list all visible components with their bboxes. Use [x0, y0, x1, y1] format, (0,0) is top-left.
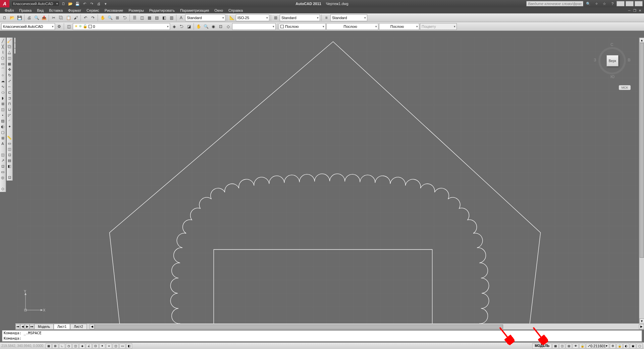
region-icon[interactable]: ▢: [0, 130, 5, 135]
menu-format[interactable]: Формат: [65, 8, 84, 13]
toolpalette-icon[interactable]: ▦: [146, 14, 153, 21]
line-icon[interactable]: ╱: [0, 38, 5, 44]
app-logo[interactable]: A: [0, 0, 9, 7]
arc-icon[interactable]: ⌒: [0, 67, 5, 72]
dim-style-icon[interactable]: 📐: [228, 14, 235, 21]
measure5-icon[interactable]: ▤: [7, 158, 12, 163]
viewcube-north[interactable]: С: [610, 42, 613, 47]
window-close-button[interactable]: ✕: [635, 1, 643, 6]
ducs-toggle[interactable]: ⊡: [93, 343, 99, 349]
vertical-scroll-thumb[interactable]: [640, 43, 644, 258]
save-icon[interactable]: 💾: [16, 14, 23, 21]
menu-window[interactable]: Окно: [212, 8, 226, 13]
linetype-dropdown[interactable]: Послою: [326, 23, 378, 30]
sc-toggle[interactable]: ◧: [126, 343, 132, 349]
3dosnap-toggle[interactable]: ◈: [79, 343, 85, 349]
tab-model[interactable]: Модель: [34, 324, 54, 329]
ellipse-arc-icon[interactable]: ◗: [0, 95, 5, 101]
search-input[interactable]: [526, 1, 583, 6]
snap-toggle[interactable]: ▦: [46, 343, 52, 349]
layer-match-icon[interactable]: ◈: [171, 23, 177, 30]
dim-style-dropdown[interactable]: ISO-25: [236, 14, 269, 21]
scroll-left-icon[interactable]: ◀: [90, 324, 95, 329]
search-icon[interactable]: 🔍: [585, 1, 591, 7]
qat-new-icon[interactable]: 🗋: [60, 1, 66, 7]
tab-layout1[interactable]: Лист1: [54, 324, 70, 329]
menu-edit[interactable]: Правка: [16, 8, 34, 13]
fillet-icon[interactable]: ◜: [7, 118, 12, 123]
qat-more-icon[interactable]: ▾: [103, 1, 109, 7]
quickview-drawings-icon[interactable]: ◫: [559, 343, 565, 349]
mtext-icon[interactable]: A: [0, 141, 5, 146]
window-minimize-button[interactable]: ─: [616, 1, 625, 6]
insert-icon[interactable]: ⊞: [0, 101, 5, 106]
osnap-icon[interactable]: ◇: [225, 23, 231, 30]
annotation-visibility-icon[interactable]: 👁: [573, 343, 579, 349]
qat-print-icon[interactable]: 🖨: [96, 1, 102, 7]
isolate-icon[interactable]: ▣: [630, 343, 636, 349]
viewcube-east[interactable]: В: [628, 58, 631, 62]
viewcube-ucs[interactable]: МСК: [619, 85, 631, 90]
boundary-icon[interactable]: ◇: [0, 186, 5, 191]
preview-icon[interactable]: 🔍: [33, 14, 40, 21]
command-line[interactable]: Команда: _.MSPACE Команда:: [2, 330, 642, 342]
tab-next-icon[interactable]: ▶: [25, 324, 30, 329]
tab-prev-icon[interactable]: ◀: [20, 324, 25, 329]
addselect-icon[interactable]: ◫: [0, 152, 5, 157]
hatch-icon[interactable]: ▨: [0, 118, 5, 123]
tolerance-icon[interactable]: ⊡: [0, 163, 5, 169]
polygon-icon[interactable]: ⬠: [0, 55, 5, 61]
layer-previous-icon[interactable]: ⮌: [178, 23, 185, 30]
undo-icon[interactable]: ↶: [82, 14, 89, 21]
match-icon[interactable]: 🖌: [72, 14, 79, 21]
menu-file[interactable]: Файл: [2, 8, 16, 13]
help-icon[interactable]: ?: [609, 1, 615, 7]
table-icon[interactable]: ⊞: [0, 135, 5, 141]
block-icon[interactable]: ◫: [0, 107, 5, 112]
donut-icon[interactable]: ◎: [0, 175, 5, 180]
vertical-scrollbar[interactable]: ▲ ▼: [639, 38, 644, 323]
tab-layout2[interactable]: Лист2: [70, 324, 87, 329]
command-prompt[interactable]: Команда:: [2, 336, 642, 341]
zoom-prev-icon[interactable]: ⮌: [121, 14, 128, 21]
exchange-icon[interactable]: ✧: [593, 1, 599, 7]
ml-style-dropdown[interactable]: Standard: [330, 14, 367, 21]
scroll-right-icon[interactable]: ▶: [639, 324, 644, 329]
mleader-icon[interactable]: ↗: [0, 158, 5, 163]
qat-open-icon[interactable]: 📂: [67, 1, 73, 7]
erase-icon[interactable]: 🧹: [7, 38, 12, 44]
layer-state-icon[interactable]: ◪: [185, 23, 192, 30]
sheetset-icon[interactable]: ▤: [153, 14, 160, 21]
clean-screen-icon[interactable]: ▢: [637, 343, 643, 349]
color-dropdown[interactable]: Послою: [279, 23, 326, 30]
toolbar-lock-icon[interactable]: 🔒: [616, 343, 623, 349]
workspace-switch-icon[interactable]: ⚙: [610, 343, 616, 349]
offset-icon[interactable]: ◫: [7, 55, 12, 61]
annoscale-lock-icon[interactable]: 🔒: [579, 343, 585, 349]
chamfer-icon[interactable]: ◸: [7, 112, 12, 118]
scroll-down-icon[interactable]: ▼: [639, 318, 644, 323]
print-icon[interactable]: 🖨: [26, 14, 33, 21]
window-restore-button[interactable]: ❐: [626, 1, 634, 6]
markup-icon[interactable]: ◧: [161, 14, 167, 21]
table-style-dropdown[interactable]: Standard: [280, 14, 320, 21]
pan2-icon[interactable]: ✋: [195, 23, 202, 30]
zoom-rt-icon[interactable]: 🔍: [203, 23, 209, 30]
options-icon[interactable]: ⊡: [7, 174, 12, 180]
quickview-layouts-icon[interactable]: ▦: [552, 343, 558, 349]
copy-obj-icon[interactable]: ⿻: [7, 44, 12, 49]
qat-undo-icon[interactable]: ↶: [82, 1, 88, 7]
menu-dimension[interactable]: Размеры: [126, 8, 147, 13]
viewcube-face-top[interactable]: Верх: [606, 55, 619, 66]
trim-icon[interactable]: ⊏: [7, 90, 12, 95]
zoom-window-icon[interactable]: ⊞: [114, 14, 121, 21]
drawing-canvas[interactable]: X Y Верх С Ю В З МСК: [15, 38, 644, 323]
grid-toggle[interactable]: ⊞: [52, 343, 58, 349]
rectangle-icon[interactable]: ▭: [0, 61, 5, 66]
mirror-icon[interactable]: ⧋: [7, 50, 12, 55]
text-style-icon[interactable]: A: [178, 14, 184, 21]
redo-icon[interactable]: ↷: [90, 14, 96, 21]
text-style-dropdown[interactable]: Standard: [185, 14, 225, 21]
viewcube-south[interactable]: Ю: [610, 74, 614, 79]
named-view-dropdown[interactable]: [232, 23, 276, 30]
